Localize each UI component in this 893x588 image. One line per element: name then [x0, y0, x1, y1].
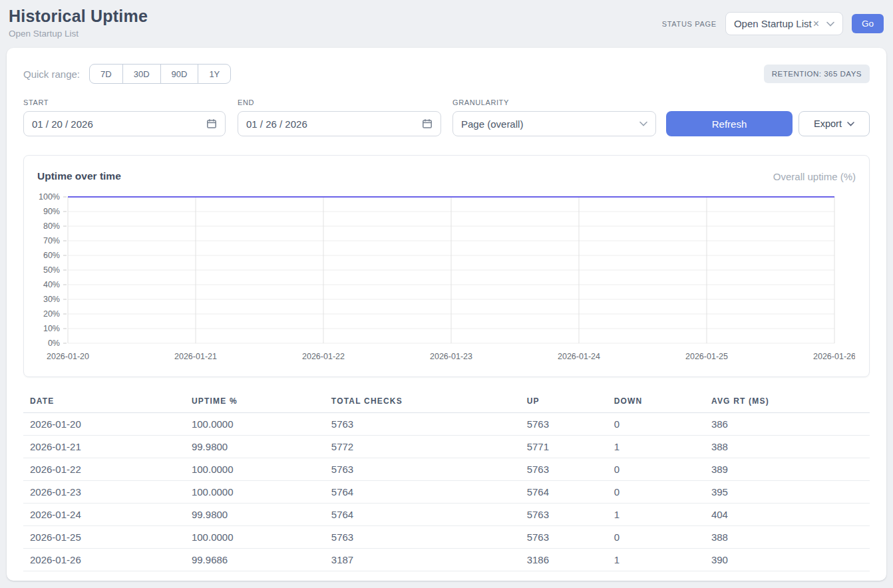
quick-range-group: 7D 30D 90D 1Y — [89, 64, 231, 84]
table-cell: 5763 — [520, 526, 608, 549]
svg-text:50%: 50% — [43, 265, 60, 275]
table-cell: 100.0000 — [185, 458, 325, 481]
table-cell: 99.9800 — [185, 504, 325, 526]
table-cell: 5764 — [325, 481, 520, 504]
uptime-line-chart: 0%10%20%30%40%50%60%70%80%90%100%2026-01… — [37, 188, 855, 366]
page-subtitle: Open Startup List — [9, 29, 148, 39]
table-cell: 388 — [705, 526, 870, 549]
table-cell: 2026-01-20 — [23, 413, 185, 436]
table-cell: 100.0000 — [185, 526, 325, 549]
svg-text:2026-01-20: 2026-01-20 — [47, 352, 89, 361]
page-title: Historical Uptime — [9, 7, 148, 26]
table-cell: 5763 — [325, 458, 520, 481]
chart-legend: Overall uptime (%) — [773, 171, 856, 182]
svg-text:20%: 20% — [43, 309, 60, 319]
calendar-icon[interactable] — [206, 118, 217, 129]
svg-text:90%: 90% — [43, 207, 60, 216]
status-page-select[interactable]: Open Startup List × — [725, 12, 843, 35]
table-row: 2026-01-25100.0000576357630388 — [23, 526, 870, 549]
chevron-down-icon — [826, 21, 834, 27]
quick-range-30d[interactable]: 30D — [122, 64, 161, 84]
table-cell: 5772 — [325, 436, 520, 458]
status-page-value: Open Startup List — [734, 18, 812, 29]
refresh-button[interactable]: Refresh — [666, 111, 793, 136]
table-row: 2026-01-2499.9800576457631404 — [23, 504, 870, 526]
table-cell: 99.9686 — [185, 549, 325, 571]
quick-range-7d[interactable]: 7D — [89, 64, 123, 84]
table-cell: 2026-01-22 — [23, 458, 185, 481]
filter-controls-row: START 01 / 20 / 2026 END 01 / 26 / 2026 … — [23, 98, 870, 136]
svg-text:2026-01-21: 2026-01-21 — [174, 352, 217, 361]
svg-text:100%: 100% — [39, 192, 60, 202]
svg-text:2026-01-22: 2026-01-22 — [302, 352, 345, 361]
svg-text:30%: 30% — [43, 295, 60, 304]
title-block: Historical Uptime Open Startup List — [9, 7, 148, 39]
table-cell: 99.9800 — [185, 436, 325, 458]
table-cell: 5763 — [520, 413, 608, 436]
granularity-label: GRANULARITY — [452, 98, 656, 106]
table-cell: 404 — [705, 504, 870, 526]
table-column-header: AVG RT (MS) — [705, 390, 870, 413]
table-column-header: DATE — [23, 390, 185, 413]
quick-range-90d[interactable]: 90D — [160, 64, 199, 84]
table-cell: 0 — [608, 481, 705, 504]
quick-range-label: Quick range: — [23, 69, 80, 80]
granularity-select[interactable]: Page (overall) — [452, 111, 656, 136]
chart-title: Uptime over time — [37, 170, 121, 182]
granularity-value: Page (overall) — [461, 118, 523, 130]
chevron-down-icon — [639, 121, 647, 126]
table-cell: 5763 — [325, 413, 520, 436]
end-date-field: END 01 / 26 / 2026 — [238, 98, 441, 136]
table-row: 2026-01-20100.0000576357630386 — [23, 413, 870, 436]
uptime-table: DATEUPTIME %TOTAL CHECKSUPDOWNAVG RT (MS… — [23, 390, 870, 571]
table-cell: 390 — [705, 549, 870, 571]
table-cell: 1 — [608, 549, 705, 571]
table-cell: 389 — [705, 458, 870, 481]
svg-text:0%: 0% — [48, 339, 60, 348]
table-cell: 0 — [608, 526, 705, 549]
table-cell: 100.0000 — [185, 413, 325, 436]
svg-text:10%: 10% — [43, 324, 60, 333]
granularity-field: GRANULARITY Page (overall) — [452, 98, 656, 136]
quick-range-1y[interactable]: 1Y — [198, 64, 231, 84]
go-button[interactable]: Go — [852, 14, 884, 33]
table-cell: 5763 — [520, 504, 608, 526]
table-cell: 5763 — [520, 458, 608, 481]
table-cell: 0 — [608, 458, 705, 481]
table-cell: 2026-01-25 — [23, 526, 185, 549]
uptime-chart-card: Uptime over time Overall uptime (%) 0%10… — [23, 155, 870, 377]
table-column-header: UPTIME % — [185, 390, 325, 413]
end-date-value: 01 / 26 / 2026 — [246, 118, 307, 130]
table-cell: 1 — [608, 436, 705, 458]
calendar-icon[interactable] — [422, 118, 433, 129]
retention-badge: RETENTION: 365 DAYS — [764, 65, 870, 83]
status-page-label: STATUS PAGE — [662, 20, 717, 28]
table-cell: 100.0000 — [185, 481, 325, 504]
start-date-field: START 01 / 20 / 2026 — [23, 98, 226, 136]
table-cell: 3187 — [325, 549, 520, 571]
chevron-down-icon — [847, 122, 854, 126]
svg-text:80%: 80% — [43, 221, 60, 231]
table-column-header: DOWN — [608, 390, 705, 413]
table-cell: 3186 — [520, 549, 608, 571]
end-date-label: END — [238, 98, 441, 106]
table-row: 2026-01-23100.0000576457640395 — [23, 481, 870, 504]
table-column-header: UP — [520, 390, 608, 413]
export-button[interactable]: Export — [799, 111, 870, 136]
main-panel: Quick range: 7D 30D 90D 1Y RETENTION: 36… — [7, 48, 886, 581]
quick-range-row: Quick range: 7D 30D 90D 1Y RETENTION: 36… — [23, 64, 870, 84]
table-cell: 5763 — [325, 526, 520, 549]
table-cell: 2026-01-26 — [23, 549, 185, 571]
table-cell: 386 — [705, 413, 870, 436]
svg-text:60%: 60% — [43, 251, 60, 260]
start-date-value: 01 / 20 / 2026 — [32, 118, 93, 130]
svg-text:40%: 40% — [43, 280, 60, 289]
table-cell: 2026-01-21 — [23, 436, 185, 458]
table-row: 2026-01-22100.0000576357630389 — [23, 458, 870, 481]
table-row: 2026-01-2199.9800577257711388 — [23, 436, 870, 458]
start-date-input[interactable]: 01 / 20 / 2026 — [23, 111, 226, 136]
clear-selection-icon[interactable]: × — [813, 19, 819, 29]
end-date-input[interactable]: 01 / 26 / 2026 — [238, 111, 441, 136]
top-header: Historical Uptime Open Startup List STAT… — [0, 0, 893, 48]
table-cell: 5764 — [520, 481, 608, 504]
